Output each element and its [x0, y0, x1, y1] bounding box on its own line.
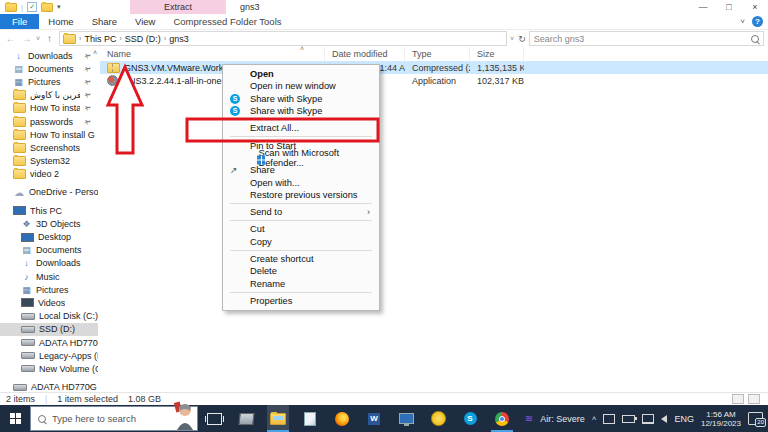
file-row-exe[interactable]: GNS3.2.2.44.1-all-in-one-dach M Applicat… — [100, 74, 768, 87]
menu-separator — [230, 292, 372, 293]
column-header-type[interactable]: Type — [405, 47, 470, 61]
taskbar-search-input[interactable]: Type here to search — [30, 406, 198, 431]
sidebar-item-documents[interactable]: ▤ Documents ⊀ — [0, 62, 98, 75]
file-explorer-button[interactable] — [267, 405, 289, 432]
address-input[interactable]: › This PC › SSD (D:) › gns3 — [59, 31, 507, 46]
sidebar-item-documents[interactable]: ▤ Documents — [0, 244, 98, 257]
breadcrumb-drive[interactable]: SSD (D:) — [125, 34, 161, 44]
tab-home[interactable]: Home — [39, 14, 82, 29]
sidebar-scroll-up-icon[interactable]: ˄ — [93, 49, 97, 56]
sidebar-item-downloads[interactable]: ↓ Downloads — [0, 257, 98, 270]
clock[interactable]: 1:56 AM 12/19/2023 — [701, 410, 741, 428]
properties-icon[interactable]: ✓ — [27, 2, 37, 12]
menu-item-share-with-skype[interactable]: S Share with Skype — [223, 105, 379, 117]
sidebar-item-folder[interactable]: System32 — [0, 155, 98, 168]
column-header-name[interactable]: Name ˄ — [100, 47, 325, 61]
tab-compressed-folder-tools[interactable]: Compressed Folder Tools — [164, 14, 290, 29]
menu-item-send-to[interactable]: Send to › — [223, 206, 379, 218]
notepad-button[interactable] — [299, 405, 321, 432]
sidebar-item-folder[interactable]: آفرین با کاوش ⊀ — [0, 89, 98, 102]
breadcrumb-this-pc[interactable]: This PC — [84, 34, 116, 44]
menu-item-share-with-skype[interactable]: S Share with Skype — [223, 93, 379, 105]
new-folder-icon[interactable] — [41, 3, 53, 12]
sticker-app-button[interactable] — [427, 405, 449, 432]
sidebar-item-downloads[interactable]: ↓ Downloads ⊀ — [0, 49, 98, 62]
menu-item-share[interactable]: ↗ Share — [223, 164, 379, 176]
column-header-date-modified[interactable]: Date modified — [325, 47, 405, 61]
word-button[interactable]: W — [363, 405, 385, 432]
security-shield-icon[interactable] — [603, 414, 615, 424]
sidebar-item-folder[interactable]: passwords ⊀ — [0, 115, 98, 128]
sidebar-item-folder[interactable]: How To instal ⊀ — [0, 102, 98, 115]
tab-view[interactable]: View — [126, 14, 164, 29]
menu-item-extract-all[interactable]: Extract All... — [223, 122, 379, 134]
menu-item-open-in-new-window[interactable]: Open in new window — [223, 80, 379, 92]
menu-item-rename[interactable]: Rename — [223, 277, 379, 289]
tab-share[interactable]: Share — [83, 14, 126, 29]
network-icon[interactable] — [642, 414, 654, 424]
expand-ribbon-chevron-icon[interactable]: ˅ — [740, 17, 745, 26]
search-input[interactable]: Search gns3 — [529, 31, 764, 46]
back-icon[interactable]: ← — [4, 33, 17, 44]
menu-item-create-shortcut[interactable]: Create shortcut — [223, 253, 379, 265]
notification-center-icon[interactable]: 20 — [748, 412, 763, 425]
sidebar-item-new-volume[interactable]: New Volume (G: — [0, 362, 98, 375]
sidebar-scroll-down-icon[interactable]: ˅ — [88, 383, 92, 390]
menu-item-open-with[interactable]: Open with... — [223, 176, 379, 188]
recent-locations-chevron-icon[interactable]: ˅ — [36, 35, 40, 42]
maximize-button[interactable]: □ — [716, 0, 742, 14]
chrome-icon — [495, 412, 509, 426]
details-view-icon[interactable] — [732, 394, 744, 404]
file-row-zip[interactable]: GNS3.VM.VMware.Workstation.2.2.44.1 12/1… — [100, 61, 768, 74]
tab-file[interactable]: File — [0, 14, 39, 29]
yellow-app-icon — [431, 411, 446, 426]
downloads-icon: ↓ — [13, 51, 24, 61]
task-view-button[interactable] — [203, 405, 225, 432]
menu-item-cut[interactable]: Cut — [223, 223, 379, 235]
sidebar-item-folder[interactable]: How To install G — [0, 128, 98, 141]
customize-qat-chevron-icon[interactable]: ▾ — [57, 3, 61, 11]
address-dropdown-chevron-icon[interactable]: ˅ — [510, 35, 514, 42]
firefox-button[interactable] — [331, 405, 353, 432]
sidebar-item-desktop[interactable]: Desktop — [0, 230, 98, 243]
sidebar-item-pictures[interactable]: ▦ Pictures ⊀ — [0, 75, 98, 88]
remote-desktop-button[interactable] — [395, 405, 417, 432]
tablet-app-button[interactable] — [235, 405, 257, 432]
sidebar-item-this-pc[interactable]: This PC — [0, 204, 98, 217]
menu-item-copy[interactable]: Copy — [223, 236, 379, 248]
refresh-icon[interactable]: ↻ — [518, 34, 526, 44]
menu-item-open[interactable]: Open — [223, 68, 379, 80]
close-button[interactable]: × — [742, 0, 768, 14]
help-icon[interactable]: ? — [752, 16, 763, 27]
battery-icon[interactable] — [622, 415, 635, 423]
menu-item-delete[interactable]: Delete — [223, 265, 379, 277]
start-button[interactable] — [0, 405, 30, 432]
menu-item-restore-previous-versions[interactable]: Restore previous versions — [223, 189, 379, 201]
chrome-button[interactable] — [491, 405, 513, 432]
menu-item-scan-with-defender[interactable]: Scan with Microsoft Defender... — [223, 152, 379, 164]
language-indicator[interactable]: ENG — [674, 414, 694, 424]
tray-overflow-chevron-icon[interactable]: ˄ — [592, 414, 597, 423]
sidebar-item-pictures[interactable]: ▦ Pictures — [0, 283, 98, 296]
sidebar-item-ssd-d[interactable]: SSD (D:) — [0, 323, 98, 336]
menu-separator — [230, 250, 372, 251]
volume-icon[interactable] — [661, 415, 667, 423]
sidebar-item-local-disk-c[interactable]: Local Disk (C:) — [0, 310, 98, 323]
forward-icon[interactable]: → — [20, 33, 33, 44]
sidebar-item-adata-drive[interactable]: ADATA HD770G — [0, 336, 98, 349]
sidebar-item-onedrive[interactable]: ☁ OneDrive - Person — [0, 186, 98, 199]
sidebar-item-folder[interactable]: Screenshots — [0, 141, 98, 154]
sidebar-item-videos[interactable]: Videos — [0, 296, 98, 309]
sidebar-item-folder[interactable]: video 2 — [0, 168, 98, 181]
sidebar-item-3d-objects[interactable]: ❖ 3D Objects — [0, 217, 98, 230]
breadcrumb-folder[interactable]: gns3 — [169, 34, 189, 44]
minimize-button[interactable]: — — [690, 0, 716, 14]
menu-item-properties[interactable]: Properties — [223, 295, 379, 307]
up-icon[interactable]: ↑ — [43, 33, 56, 44]
thumbnail-view-icon[interactable] — [748, 394, 760, 404]
sidebar-item-legacy-apps[interactable]: Legacy-Apps (F: — [0, 349, 98, 362]
column-header-size[interactable]: Size — [470, 47, 524, 61]
sidebar-item-music[interactable]: ♪ Music — [0, 270, 98, 283]
skype-button[interactable]: S — [459, 405, 481, 432]
sidebar-item-adata-e[interactable]: ADATA HD770G (E — [0, 381, 98, 393]
